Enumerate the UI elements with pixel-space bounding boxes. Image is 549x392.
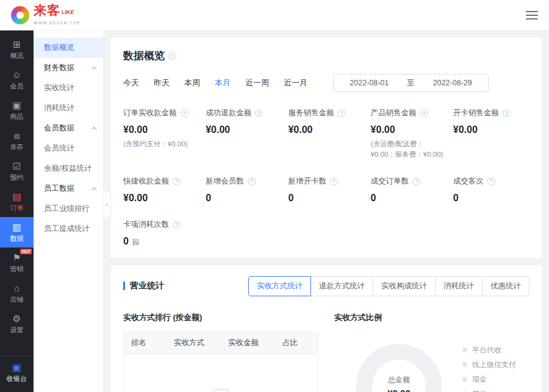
filter-this-week[interactable]: 本周 bbox=[184, 77, 200, 88]
table-header-row: 排名 实收方式 实收金额 占比 bbox=[124, 332, 318, 354]
logo-flower-icon bbox=[11, 6, 29, 24]
submenu-item-staff-commission[interactable]: 员工提成统计 bbox=[34, 219, 103, 239]
stat-new-members: 新增会员数? 0 bbox=[206, 176, 282, 204]
help-icon[interactable]: ? bbox=[248, 177, 256, 185]
stats-row-3: 卡项消耗次数? 0园 bbox=[123, 219, 529, 247]
empty-state: 暂无数据 bbox=[124, 354, 318, 392]
sidebar-item-settings[interactable]: ⚙ 设置 bbox=[0, 308, 34, 339]
hamburger-menu-icon[interactable] bbox=[526, 11, 538, 20]
main-sidebar: ⊞ 概况 ☺ 会员 ▣ 商品 ⧈ 库存 ☑ 预约 ▤ 订单 ▥ 数据 HOT ⚑ bbox=[0, 30, 34, 392]
stat-product-sales: 产品销售金额? ¥0.00 (含运费/配送费：¥0.00；服务费：¥0.00) bbox=[371, 108, 447, 160]
filter-last-month[interactable]: 近一月 bbox=[284, 77, 307, 88]
sidebar-collapse-handle[interactable]: ‹ bbox=[104, 190, 111, 218]
help-icon[interactable]: ? bbox=[173, 221, 181, 229]
stat-card-consumption: 卡项消耗次数? 0园 bbox=[123, 219, 199, 247]
chevron-up-icon bbox=[92, 66, 96, 71]
submenu-item-data-overview[interactable]: 数据概览 bbox=[34, 38, 103, 58]
stat-card-sales: 开卡销售金额? ¥0.00 bbox=[453, 108, 529, 160]
member-icon: ☺ bbox=[0, 69, 34, 80]
page-title: 数据概览 bbox=[123, 49, 165, 63]
help-icon[interactable]: ? bbox=[420, 109, 428, 117]
settings-gear-icon: ⚙ bbox=[0, 313, 34, 324]
tab-consumption[interactable]: 消耗统计 bbox=[435, 276, 483, 296]
brand-logo: 来客 LIKE WWW.8GYUN.TOP bbox=[11, 4, 81, 26]
data-icon: ▥ bbox=[0, 222, 34, 232]
submenu-group-staff-data[interactable]: 员工数据 bbox=[34, 179, 103, 199]
section-title: 营业统计 bbox=[123, 280, 164, 291]
order-icon: ▤ bbox=[0, 191, 34, 202]
legend-dot-icon bbox=[462, 347, 467, 352]
filter-this-month[interactable]: 本月 bbox=[215, 77, 231, 88]
sidebar-item-marketing[interactable]: HOT ⚑ 营销 bbox=[0, 248, 34, 278]
tab-receipt-composition[interactable]: 实收构成统计 bbox=[373, 276, 436, 296]
submenu-item-balance-stats[interactable]: 余额/权益统计 bbox=[34, 159, 103, 179]
cashier-icon: ▣ bbox=[0, 362, 34, 372]
legend-item[interactable]: 现金 bbox=[462, 374, 524, 385]
sidebar-item-shop[interactable]: ⌂ 店铺 bbox=[0, 278, 34, 308]
tab-receipt-method[interactable]: 实收方式统计 bbox=[248, 276, 311, 296]
receipt-ranking-panel: 实收方式排行 (按金额) 排名 实收方式 实收金额 占比 bbox=[123, 312, 318, 392]
filter-yesterday[interactable]: 昨天 bbox=[154, 77, 170, 88]
logo-like: LIKE bbox=[62, 10, 74, 16]
filter-today[interactable]: 今天 bbox=[123, 77, 139, 88]
submenu-group-finance[interactable]: 财务数据 bbox=[34, 58, 103, 78]
receipt-ratio-panel: 实收方式比例 总金额 ¥0.00 平台代收 线上微信支付 现金 bbox=[334, 312, 529, 392]
date-range-picker[interactable]: 2022-08-01 至 2022-08-29 bbox=[333, 74, 489, 92]
ranking-table: 排名 实收方式 实收金额 占比 暂无数据 bbox=[123, 332, 318, 392]
sidebar-item-inventory[interactable]: ⧈ 库存 bbox=[0, 126, 34, 156]
submenu-item-consumption-stats[interactable]: 消耗统计 bbox=[34, 98, 103, 118]
logo-title: 来客 bbox=[34, 4, 60, 16]
hot-badge: HOT bbox=[20, 249, 32, 254]
help-icon[interactable]: ? bbox=[181, 109, 188, 117]
main-content: ‹ 数据概览 ? 今天 昨天 本周 本月 近一周 近一月 2022-08-01 … bbox=[104, 30, 549, 392]
help-icon[interactable]: ? bbox=[487, 177, 495, 185]
data-overview-card: 数据概览 ? 今天 昨天 本周 本月 近一周 近一月 2022-08-01 至 … bbox=[111, 38, 542, 258]
sidebar-item-orders[interactable]: ▤ 订单 bbox=[0, 187, 34, 217]
appointment-icon: ☑ bbox=[0, 161, 34, 171]
submenu-item-receipt-stats[interactable]: 实收统计 bbox=[34, 78, 103, 98]
date-to-label: 至 bbox=[407, 78, 415, 88]
time-filter-row: 今天 昨天 本周 本月 近一周 近一月 2022-08-01 至 2022-08… bbox=[123, 74, 529, 92]
donut-chart: 总金额 ¥0.00 bbox=[356, 344, 442, 392]
sidebar-item-members[interactable]: ☺ 会员 bbox=[0, 65, 34, 95]
data-submenu: 数据概览 财务数据 实收统计 消耗统计 会员数据 会员统计 余额/权益统计 员工… bbox=[34, 30, 104, 392]
overview-icon: ⊞ bbox=[0, 39, 34, 49]
logo-domain: WWW.8GYUN.TOP bbox=[34, 21, 81, 25]
help-icon[interactable]: ? bbox=[503, 109, 511, 117]
sidebar-item-data[interactable]: ▥ 数据 bbox=[0, 217, 34, 248]
inventory-icon: ⧈ bbox=[0, 130, 34, 141]
help-icon[interactable]: ? bbox=[255, 109, 263, 117]
stat-quick-payment: 快捷收款金额? ¥0.00 bbox=[123, 176, 199, 204]
legend-dot-icon bbox=[462, 377, 467, 382]
date-end[interactable]: 2022-08-29 bbox=[433, 79, 472, 87]
chart-legend: 平台代收 线上微信支付 现金 其他 微信（记账） 支付宝（记账） POS机（记账… bbox=[462, 344, 524, 392]
sidebar-item-cashier[interactable]: ▣ 收银台 bbox=[0, 355, 34, 392]
stats-row-2: 快捷收款金额? ¥0.00 新增会员数? 0 新增开卡数? 0 成交订单数? 0… bbox=[123, 176, 529, 204]
help-icon[interactable]: ? bbox=[168, 52, 176, 60]
submenu-item-staff-performance[interactable]: 员工业绩排行 bbox=[34, 199, 103, 219]
stat-service-sales: 服务销售金额? ¥0.00 bbox=[288, 108, 364, 160]
top-bar: 来客 LIKE WWW.8GYUN.TOP bbox=[0, 0, 549, 30]
sidebar-item-overview[interactable]: ⊞ 概况 bbox=[0, 34, 34, 65]
chevron-up-icon bbox=[92, 187, 96, 192]
tab-refund-method[interactable]: 退款方式统计 bbox=[310, 276, 373, 296]
sidebar-item-appointments[interactable]: ☑ 预约 bbox=[0, 156, 34, 187]
submenu-item-member-stats[interactable]: 会员统计 bbox=[34, 138, 103, 159]
filter-last-week[interactable]: 近一周 bbox=[245, 77, 269, 88]
legend-dot-icon bbox=[462, 362, 467, 367]
help-icon[interactable]: ? bbox=[412, 177, 420, 185]
sidebar-item-products[interactable]: ▣ 商品 bbox=[0, 95, 34, 126]
help-icon[interactable]: ? bbox=[173, 177, 181, 185]
tab-discount[interactable]: 优惠统计 bbox=[482, 276, 529, 296]
stat-completed-orders: 成交订单数? 0 bbox=[371, 176, 447, 204]
stat-refund: 成功退款金额? ¥0.00 bbox=[206, 108, 282, 160]
business-stats-card: 营业统计 实收方式统计 退款方式统计 实收构成统计 消耗统计 优惠统计 实收方式… bbox=[111, 265, 542, 392]
help-icon[interactable]: ? bbox=[337, 109, 345, 117]
chevron-up-icon bbox=[92, 127, 96, 132]
legend-item[interactable]: 其他 bbox=[462, 389, 524, 392]
legend-item[interactable]: 平台代收 bbox=[462, 345, 524, 355]
submenu-group-member-data[interactable]: 会员数据 bbox=[34, 118, 103, 138]
legend-item[interactable]: 线上微信支付 bbox=[462, 360, 524, 370]
help-icon[interactable]: ? bbox=[330, 177, 338, 185]
date-start[interactable]: 2022-08-01 bbox=[350, 79, 389, 87]
